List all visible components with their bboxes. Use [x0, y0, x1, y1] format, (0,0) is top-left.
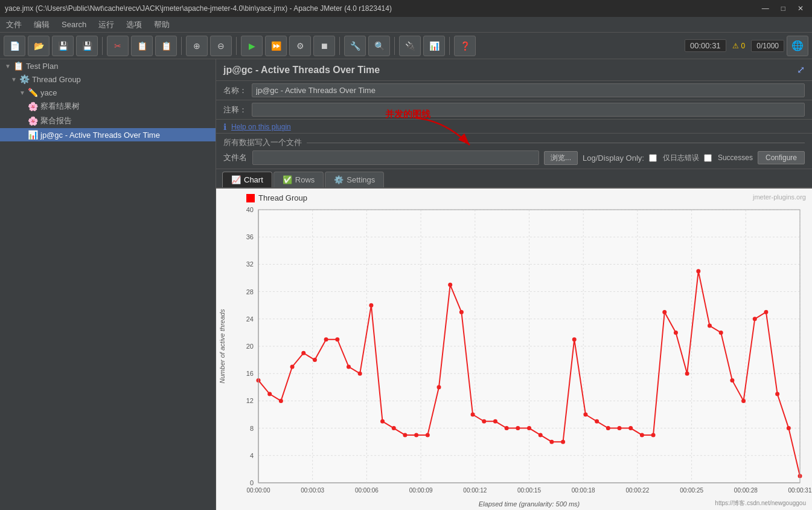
sep6	[449, 37, 450, 55]
main-layout: ▼ 📋 Test Plan ▼ ⚙️ Thread Group ▼ ✏️ yac…	[0, 59, 812, 510]
svg-text:28: 28	[246, 288, 254, 295]
svg-point-54	[324, 337, 328, 341]
name-label: 名称：	[223, 85, 247, 96]
icon-resulttree: 🌸	[28, 102, 38, 111]
minimize-button[interactable]: —	[758, 4, 773, 13]
svg-point-69	[493, 419, 497, 424]
help-button[interactable]: ❓	[454, 36, 476, 56]
sidebar-item-testplan[interactable]: ▼ 📋 Test Plan	[0, 59, 216, 73]
icon-aggregatereport: 🌸	[28, 116, 38, 126]
file-label: 文件名	[223, 152, 248, 163]
svg-point-87	[696, 269, 700, 273]
file-section-label: 所有数据写入一个文件	[223, 137, 302, 148]
svg-point-68	[482, 419, 486, 424]
sidebar-item-threadgroup[interactable]: ▼ ⚙️ Thread Group	[0, 73, 216, 86]
tab-chart[interactable]: 📈 Chart	[222, 172, 272, 187]
name-input[interactable]	[252, 83, 805, 97]
arrow-testplan: ▼	[5, 63, 11, 69]
new-button[interactable]: 📄	[4, 36, 25, 56]
globe-button[interactable]: 🌐	[787, 36, 808, 56]
expand-icon[interactable]: ⤢	[797, 64, 805, 76]
log-errors-checkbox[interactable]	[649, 154, 657, 162]
expand-button[interactable]: ⊕	[186, 36, 208, 56]
configure-button[interactable]: Configure	[758, 151, 805, 164]
svg-point-77	[583, 413, 587, 417]
chart-svg: 048121620242832364000:00:0000:00:0300:00…	[216, 189, 812, 510]
chart-area: jmeter-plugins.org Thread Group 04812162…	[216, 189, 812, 510]
svg-point-53	[313, 358, 317, 362]
collapse-button[interactable]: ⊖	[210, 36, 232, 56]
sidebar-item-aggregatereport[interactable]: 🌸 聚合报告	[0, 114, 216, 128]
menu-search[interactable]: Search	[56, 18, 92, 31]
icon-testplan: 📋	[13, 61, 24, 71]
svg-point-82	[640, 433, 644, 437]
svg-point-64	[437, 385, 441, 389]
save-as-button[interactable]: 💾	[76, 36, 98, 56]
stop-button[interactable]: ⏹	[313, 36, 335, 56]
save-button[interactable]: 💾	[52, 36, 74, 56]
svg-point-65	[448, 283, 452, 287]
help-link[interactable]: Help on this plugin	[231, 123, 291, 131]
menu-run[interactable]: 运行	[92, 17, 120, 33]
svg-point-49	[267, 392, 272, 396]
svg-text:16: 16	[246, 370, 254, 377]
svg-point-92	[753, 317, 757, 321]
functions-button[interactable]: 🔧	[344, 36, 366, 56]
log-successes-checkbox[interactable]	[704, 154, 712, 162]
svg-point-78	[595, 419, 599, 424]
label-yace: yace	[40, 88, 57, 97]
sidebar-item-resulttree[interactable]: 🌸 察看结果树	[0, 99, 216, 114]
menu-edit[interactable]: 编辑	[28, 17, 56, 33]
sidebar-item-activethreads[interactable]: 📊 jp@gc - Active Threads Over Time	[0, 128, 216, 141]
svg-point-81	[628, 426, 633, 430]
icon-yace: ✏️	[28, 88, 38, 97]
tab-settings[interactable]: ⚙️ Settings	[325, 172, 384, 187]
toolbar: 📄 📂 💾 💾 ✂ 📋 📋 ⊕ ⊖ ▶ ⏩ ⚙ ⏹ 🔧 🔍 🔌 📊 ❓ 00:0…	[0, 33, 812, 59]
svg-text:4: 4	[250, 452, 254, 459]
open-button[interactable]: 📂	[28, 36, 50, 56]
sidebar-item-yace[interactable]: ▼ ✏️ yace	[0, 86, 216, 99]
svg-point-75	[561, 440, 565, 444]
svg-text:00:00:31: 00:00:31	[788, 487, 812, 494]
plugin2-button[interactable]: 📊	[423, 36, 445, 56]
search2-button[interactable]: 🔍	[368, 36, 390, 56]
comment-input[interactable]	[252, 103, 805, 117]
svg-point-88	[708, 324, 712, 328]
tab-rows[interactable]: ✅ Rows	[273, 172, 324, 187]
start-no-pauses-button[interactable]: ⏩	[265, 36, 287, 56]
paste-button[interactable]: 📋	[155, 36, 177, 56]
copy-button[interactable]: 📋	[131, 36, 153, 56]
menu-options[interactable]: 选项	[120, 17, 148, 33]
svg-point-51	[290, 364, 295, 369]
svg-point-63	[426, 433, 430, 437]
plugin1-button[interactable]: 🔌	[399, 36, 421, 56]
browse-button[interactable]: 浏览...	[544, 151, 578, 165]
label-testplan: Test Plan	[26, 62, 58, 71]
tab-chart-label: Chart	[244, 175, 263, 184]
start-button[interactable]: ▶	[241, 36, 263, 56]
svg-point-90	[730, 378, 734, 382]
tab-rows-icon: ✅	[283, 175, 292, 184]
menu-help[interactable]: 帮助	[148, 17, 176, 33]
svg-point-95	[787, 426, 791, 430]
title-bar: yace.jmx (C:\Users\Public\Nwt\cache\recv…	[0, 0, 812, 17]
svg-point-94	[775, 392, 779, 396]
menu-file[interactable]: 文件	[0, 17, 28, 33]
svg-text:00:00:00: 00:00:00	[247, 487, 270, 494]
svg-point-91	[741, 399, 746, 403]
close-button[interactable]: ✕	[794, 4, 807, 13]
menu-bar: 文件 编辑 Search 运行 选项 帮助	[0, 17, 812, 33]
sidebar: ▼ 📋 Test Plan ▼ ⚙️ Thread Group ▼ ✏️ yac…	[0, 59, 216, 510]
maximize-button[interactable]: □	[778, 4, 789, 13]
file-input[interactable]	[252, 150, 539, 165]
validate-button[interactable]: ⚙	[289, 36, 311, 56]
panel-header: jp@gc - Active Threads Over Time ⤢	[216, 59, 812, 81]
file-section-line	[307, 143, 805, 143]
svg-point-52	[301, 351, 305, 355]
file-row: 文件名 浏览... Log/Display Only: 仅日志错误 Succes…	[223, 150, 805, 165]
svg-point-72	[527, 426, 531, 430]
svg-point-83	[651, 433, 656, 437]
svg-point-55	[335, 337, 339, 341]
tab-rows-label: Rows	[295, 175, 315, 184]
cut-button[interactable]: ✂	[107, 36, 129, 56]
